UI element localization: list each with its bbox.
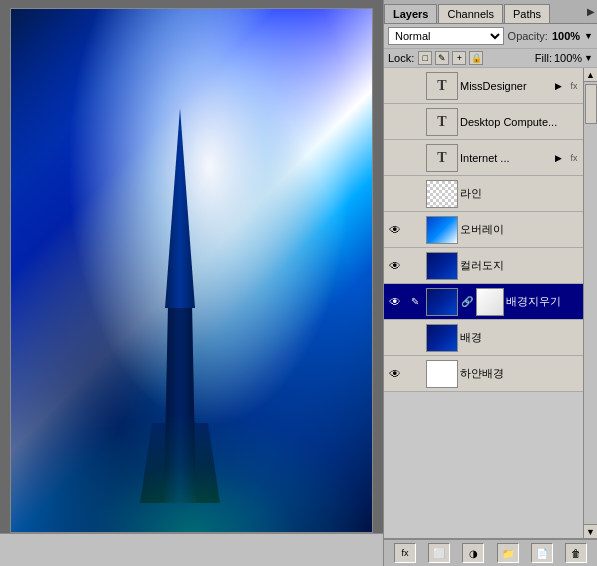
text-layer-icon: T — [437, 150, 446, 166]
layer-name: 하얀배경 — [460, 366, 581, 381]
layer-name: Desktop Compute... — [460, 116, 581, 128]
eye-icon[interactable]: 👁 — [388, 367, 402, 381]
fx-icon: fx — [402, 548, 409, 558]
lock-row: Lock: □ ✎ + 🔒 Fill: 100% ▼ — [384, 49, 597, 68]
layer-name: MissDesigner — [460, 80, 549, 92]
new-group-button[interactable]: 📁 — [497, 543, 519, 563]
fill-value: 100% — [554, 52, 582, 64]
dark-blue-thumb — [427, 253, 457, 279]
dark-blue-thumb — [427, 325, 457, 351]
scroll-thumb[interactable] — [585, 84, 597, 124]
layer-thumbnail — [426, 288, 458, 316]
chain-icon: 🔗 — [460, 288, 474, 316]
tab-channels[interactable]: Channels — [438, 4, 502, 23]
new-fill-button[interactable]: ◑ — [462, 543, 484, 563]
scroll-up-btn[interactable]: ▲ — [584, 68, 597, 82]
lock-pixels-btn[interactable]: ✎ — [435, 51, 449, 65]
layer-name: Internet ... — [460, 152, 549, 164]
layer-row-selected[interactable]: 👁 ✎ 🔗 배경지우기 — [384, 284, 583, 320]
layer-row[interactable]: 👁 컬러도지 — [384, 248, 583, 284]
layer-fx-icon: ▶ — [551, 151, 565, 165]
layer-name: 배경지우기 — [506, 294, 581, 309]
brush-col[interactable]: ✎ — [406, 296, 424, 307]
checkerboard-thumb — [427, 181, 457, 207]
layer-row[interactable]: 👁 하얀배경 — [384, 356, 583, 392]
layer-thumbnail: T — [426, 144, 458, 172]
fill-circle-icon: ◑ — [469, 548, 478, 559]
layers-panel: Layers Channels Paths ▶ Normal Opacity: … — [383, 0, 597, 566]
add-mask-button[interactable]: ⬜ — [428, 543, 450, 563]
blend-mode-select[interactable]: Normal — [388, 27, 504, 45]
layer-thumbnail: T — [426, 108, 458, 136]
fill-arrow[interactable]: ▼ — [584, 53, 593, 63]
new-layer-icon: 📄 — [536, 548, 548, 559]
eye-visibility[interactable]: 👁 — [386, 223, 404, 237]
layer-row[interactable]: 배경 — [384, 320, 583, 356]
canvas-area — [0, 0, 383, 566]
layer-name: 배경 — [460, 330, 581, 345]
eye-visibility[interactable]: 👁 — [386, 259, 404, 273]
text-layer-icon: T — [437, 78, 446, 94]
fill-label: Fill: — [535, 52, 552, 64]
new-layer-button[interactable]: 📄 — [531, 543, 553, 563]
lock-transparent-btn[interactable]: □ — [418, 51, 432, 65]
opacity-value: 100% — [552, 30, 580, 42]
layer-thumbnail: T — [426, 72, 458, 100]
layer-row[interactable]: T Internet ... ▶ fx — [384, 140, 583, 176]
eye-visibility[interactable]: 👁 — [386, 295, 404, 309]
opacity-label: Opacity: — [508, 30, 548, 42]
white-thumb — [427, 361, 457, 387]
layer-fx-button[interactable]: fx — [394, 543, 416, 563]
layer-thumbnail — [426, 252, 458, 280]
delete-layer-button[interactable]: 🗑 — [565, 543, 587, 563]
layer-fx-badge: fx — [567, 79, 581, 93]
scroll-down-btn[interactable]: ▼ — [584, 524, 597, 538]
panel-tabs: Layers Channels Paths ▶ — [384, 0, 597, 24]
lock-label: Lock: — [388, 52, 414, 64]
layer-name: 컬러도지 — [460, 258, 581, 273]
layers-list: T MissDesigner ▶ fx T Desktop Compute... — [384, 68, 583, 538]
tab-paths[interactable]: Paths — [504, 4, 550, 23]
blue-thumb — [427, 217, 457, 243]
eye-icon[interactable]: 👁 — [388, 295, 402, 309]
layer-name: 라인 — [460, 186, 581, 201]
dark-blue-thumb — [427, 289, 457, 315]
opacity-arrow[interactable]: ▼ — [584, 31, 593, 41]
layer-row[interactable]: 라인 — [384, 176, 583, 212]
layer-name: 오버레이 — [460, 222, 581, 237]
layer-row[interactable]: 👁 오버레이 — [384, 212, 583, 248]
canvas-border — [10, 8, 373, 533]
layers-scrollable: T MissDesigner ▶ fx T Desktop Compute... — [384, 68, 597, 538]
layer-mask-thumbnail — [476, 288, 504, 316]
text-layer-icon: T — [437, 114, 446, 130]
layer-fx-icon: ▶ — [551, 79, 565, 93]
lock-icons: □ ✎ + 🔒 — [418, 51, 483, 65]
folder-icon: 📁 — [502, 548, 514, 559]
lock-position-btn[interactable]: + — [452, 51, 466, 65]
lock-all-btn[interactable]: 🔒 — [469, 51, 483, 65]
layer-fx-badge: fx — [567, 151, 581, 165]
tab-menu-arrow[interactable]: ▶ — [587, 6, 595, 17]
mask-icon: ⬜ — [433, 548, 445, 559]
layer-thumbnail — [426, 216, 458, 244]
bottom-strip — [0, 533, 383, 566]
eye-visibility[interactable]: 👁 — [386, 367, 404, 381]
panel-bottom-toolbar: fx ⬜ ◑ 📁 📄 🗑 — [384, 538, 597, 566]
trash-icon: 🗑 — [571, 548, 581, 559]
layer-thumbnail — [426, 360, 458, 388]
eye-icon[interactable]: 👁 — [388, 223, 402, 237]
blend-mode-row: Normal Opacity: 100% ▼ — [384, 24, 597, 49]
layer-row[interactable]: T MissDesigner ▶ fx — [384, 68, 583, 104]
layer-thumbnail — [426, 180, 458, 208]
fill-area: Fill: 100% ▼ — [535, 52, 593, 64]
eye-icon[interactable]: 👁 — [388, 259, 402, 273]
scrollbar[interactable]: ▲ ▼ — [583, 68, 597, 538]
tab-layers[interactable]: Layers — [384, 4, 437, 23]
layer-thumbnail — [426, 324, 458, 352]
layer-row[interactable]: T Desktop Compute... — [384, 104, 583, 140]
